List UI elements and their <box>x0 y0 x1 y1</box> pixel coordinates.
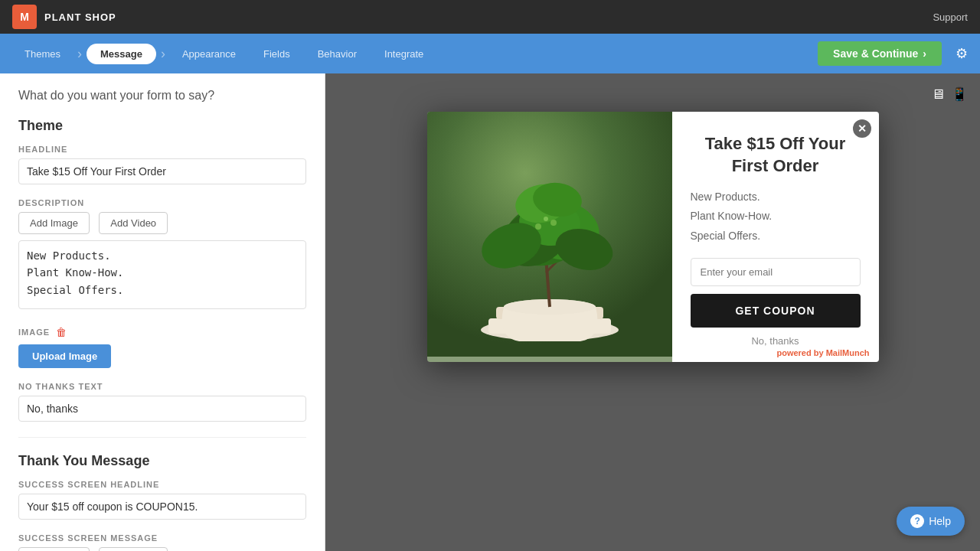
popup-image-panel <box>427 112 672 362</box>
help-circle-icon: ? <box>910 514 924 528</box>
view-toggle: 🖥 📱 <box>931 86 968 103</box>
popup-close-button[interactable]: ✕ <box>853 119 871 138</box>
add-video-button-2[interactable]: Add Video <box>99 547 168 551</box>
page-question: What do you want your form to say? <box>18 89 306 103</box>
chevron-right-icon: › <box>923 47 926 60</box>
popup-headline: Take $15 Off Your First Order <box>691 133 861 177</box>
brand-name: MailMunch <box>826 348 870 357</box>
add-image-button[interactable]: Add Image <box>18 212 90 234</box>
top-bar: M PLANT SHOP Support <box>0 0 980 34</box>
app-logo: M <box>12 5 37 29</box>
nav-item-fields[interactable]: Fields <box>251 44 302 64</box>
popup-email-input[interactable] <box>691 258 861 286</box>
popup-no-thanks[interactable]: No, thanks <box>691 335 861 347</box>
gear-icon: ⚙ <box>956 46 968 61</box>
description-label: DESCRIPTION <box>18 198 306 207</box>
nav-bar: Themes › Message › Appearance Fields Beh… <box>0 34 980 73</box>
nav-item-message[interactable]: Message <box>87 44 156 64</box>
popup-description: New Products. Plant Know-How. Special Of… <box>691 187 861 246</box>
description-field-group: DESCRIPTION Add Image Add Video New Prod… <box>18 198 306 312</box>
popup-desc-line-3: Special Offers. <box>691 227 861 246</box>
add-video-button[interactable]: Add Video <box>99 212 168 234</box>
mobile-view-button[interactable]: 📱 <box>951 86 968 103</box>
nav-item-themes[interactable]: Themes <box>12 44 73 64</box>
success-message-label: SUCCESS SCREEN MESSAGE <box>18 533 306 543</box>
close-icon: ✕ <box>858 122 867 135</box>
no-thanks-input[interactable] <box>18 396 306 422</box>
no-thanks-field-group: NO THANKS TEXT <box>18 382 306 422</box>
theme-section-title: Theme <box>18 118 306 134</box>
nav-item-appearance[interactable]: Appearance <box>170 44 248 64</box>
description-textarea[interactable]: New Products. Plant Know-How. Special Of… <box>18 240 306 309</box>
popup-desc-line-2: Plant Know-How. <box>691 207 861 226</box>
powered-by-label: powered by MailMunch <box>776 348 869 357</box>
svg-point-18 <box>550 220 557 226</box>
image-label: IMAGE <box>18 328 50 337</box>
headline-input[interactable] <box>18 158 306 184</box>
success-headline-label: SUCCESS SCREEN HEADLINE <box>18 480 306 489</box>
success-headline-input[interactable] <box>18 494 306 520</box>
left-panel: What do you want your form to say? Theme… <box>0 73 325 551</box>
add-image-button-2[interactable]: Add Image <box>18 547 90 551</box>
desktop-view-button[interactable]: 🖥 <box>931 86 945 103</box>
svg-point-19 <box>544 217 548 221</box>
headline-field-group: HEADLINE <box>18 145 306 184</box>
popup-desc-line-1: New Products. <box>691 187 861 207</box>
mobile-icon: 📱 <box>951 86 968 102</box>
success-message-field-group: SUCCESS SCREEN MESSAGE Add Image Add Vid… <box>18 533 306 551</box>
popup-cta-button[interactable]: GET COUPON <box>691 294 861 328</box>
nav-item-behavior[interactable]: Behavior <box>305 44 369 64</box>
upload-image-button[interactable]: Upload Image <box>18 344 111 368</box>
save-continue-button[interactable]: Save & Continue › <box>818 41 942 66</box>
section-divider <box>18 437 306 438</box>
popup-content-panel: Take $15 Off Your First Order New Produc… <box>672 112 879 362</box>
shop-name: PLANT SHOP <box>44 11 116 23</box>
nav-separator-1: › <box>77 46 82 62</box>
settings-button[interactable]: ⚙ <box>956 45 968 62</box>
popup-plant-image <box>427 112 672 357</box>
support-link[interactable]: Support <box>933 11 968 23</box>
desktop-icon: 🖥 <box>931 86 945 102</box>
headline-label: HEADLINE <box>18 145 306 154</box>
image-field-group: IMAGE 🗑 Upload Image <box>18 326 306 368</box>
nav-item-integrate[interactable]: Integrate <box>372 44 436 64</box>
success-headline-field-group: SUCCESS SCREEN HEADLINE <box>18 480 306 520</box>
svg-point-17 <box>535 223 541 230</box>
right-panel: 🖥 📱 <box>325 73 980 551</box>
help-button[interactable]: ? Help <box>897 507 965 536</box>
delete-image-icon[interactable]: 🗑 <box>56 326 67 338</box>
main-layout: What do you want your form to say? Theme… <box>0 73 980 551</box>
thank-you-section-title: Thank You Message <box>18 453 306 469</box>
no-thanks-label: NO THANKS TEXT <box>18 382 306 391</box>
nav-separator-2: › <box>161 46 165 62</box>
popup-preview: Take $15 Off Your First Order New Produc… <box>427 112 879 362</box>
